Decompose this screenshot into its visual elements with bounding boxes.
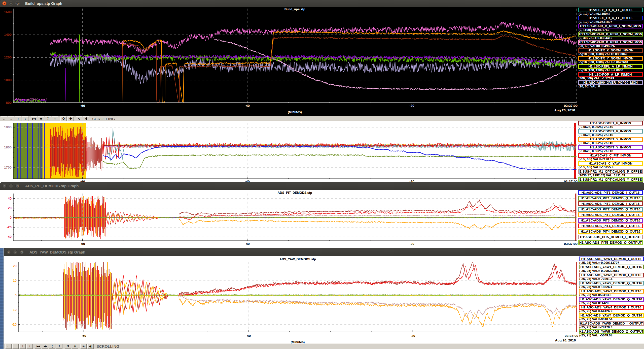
close-icon[interactable]: ✕ <box>2 184 7 188</box>
strip-chart-build-ups[interactable] <box>13 9 577 103</box>
titlebar[interactable]: ✕ – ▢ Build_ups.stp Graph <box>0 0 644 7</box>
legend-channel-box[interactable]: H1:ASC-AS_C_YAW_INMON <box>578 161 643 166</box>
jump-latest-icon[interactable]: ◀▌ <box>83 116 89 121</box>
legend-channel-box[interactable]: H1:ASC-AS90_OVER_POP90_MON <box>578 80 643 85</box>
pan-right-icon[interactable]: → <box>12 344 19 349</box>
expand-y-icon[interactable]: ▲▼ <box>52 116 58 121</box>
legend-channel-box[interactable]: H1:LSC-TR_Y_NORM_INMON <box>578 56 643 61</box>
legend-item[interactable]: H1:ASC-ADS_PIT2_DEMOD_I_OUT16 <box>578 201 643 206</box>
expand-y-icon[interactable]: ▲▼ <box>56 344 62 349</box>
legend-channel-box[interactable]: H1:ASC-ADS_PIT3_DEMOD_Q_OUT16 <box>578 218 643 223</box>
expand-x-icon[interactable]: ◀▶ <box>42 344 48 349</box>
close-icon[interactable]: ✕ <box>2 1 7 6</box>
legend-item[interactable]: H1:LSC-POPAIR_B_RF90_I_NORM_MON(0, 30) V… <box>578 32 643 40</box>
legend-item[interactable]: H1:ASC-ADS_PIT3_DEMOD_I_OUT16 <box>578 212 643 217</box>
legend-item[interactable]: H1:ASC-ADS_YAW5_DEMOD_I_OUTPUT(-25, 25) … <box>579 321 644 329</box>
legend-item[interactable]: H1:ASC-ADS_PIT1_DEMOD_I_OUT16 <box>578 190 643 195</box>
legend-item[interactable]: H1:ASC-ADS_YAW5_DEMOD_Q_OUTPUT(-25, 25) … <box>579 329 644 337</box>
legend-channel-box[interactable]: H1:LSC-POPAIR_B_RF18_I_NORM_MON <box>578 40 643 45</box>
minimize-icon[interactable]: – <box>9 1 13 6</box>
legend-item[interactable]: H1:ALS-X_TR_A_LF_OUT16(0, 1.2) VAL=0.053… <box>578 16 643 23</box>
legend-channel-box[interactable]: H1:ALS-X_TR_A_LF_OUT16 <box>578 16 643 20</box>
legend-item[interactable]: H1:ASC-CSOFT_Y_INMON(-0.0625, 0.0625) VA… <box>578 145 643 153</box>
legend-item[interactable]: H1:ASC-ADS_YAW4_DEMOD_Q_OUT16(-25, 25) V… <box>579 313 644 321</box>
legend-item[interactable]: H1:ASC-ADS_YAW2_DEMOD_Q_OUT16(-25, 25) V… <box>579 281 644 289</box>
legend-channel-box[interactable]: H1:ASC-DSOFT_Y_INMON <box>578 137 643 142</box>
maximize-icon[interactable]: ▢ <box>15 184 20 188</box>
legend-channel-box[interactable]: H1:ASC-CSOFT_P_INMON <box>578 129 643 134</box>
titlebar[interactable]: ✕ – ▢ ADS_PIT_DEMODS.stp Graph <box>0 182 644 190</box>
legend-item[interactable]: H1:ASC-ADS_YAW3_DEMOD_Q_OUT16(-25, 25) V… <box>579 297 644 305</box>
legend-item[interactable]: H1:ASC-ADS_YAW3_DEMOD_I_OUT16(-25, 25) V… <box>579 289 644 297</box>
legend-channel-box[interactable]: H1:ASC-ADS_PIT3_DEMOD_I_OUT16 <box>578 212 643 217</box>
legend-channel-box[interactable]: H1:ASC-DSOFT_P_INMON <box>578 121 643 125</box>
legend-item[interactable]: H1:ASC-AS_C_PIT_INMON(-0.5, 0.5) VAL=-71… <box>578 153 643 161</box>
legend-channel-box[interactable]: H1:ASC-ADS_PIT5_DEMOD_Q_OUTPUT <box>578 240 643 245</box>
pan-up-icon[interactable]: ↑ <box>19 344 26 349</box>
legend-item[interactable]: H1:LSC-TR_X_NORM_INMONlog10 (800, 1600) … <box>578 48 643 56</box>
minimize-icon[interactable]: – <box>9 184 13 188</box>
legend-item[interactable]: H1:LSC-REFL_A_LF_INMONlog10 (100, 1300) … <box>578 64 643 72</box>
legend-channel-box[interactable]: H1:ASC-ADS_YAW5_DEMOD_I_OUTPUT <box>579 321 644 326</box>
graph-style-icon[interactable]: ∿ <box>80 344 87 349</box>
minimize-icon[interactable]: – <box>13 250 17 254</box>
legend-channel-box[interactable]: H1:ASC-ADS_PIT1_DEMOD_I_OUT16 <box>578 190 643 195</box>
legend-channel-box[interactable]: H1:LSC-TR_X_NORM_INMON <box>578 48 643 53</box>
legend-channel-box[interactable]: H1:ASC-ADS_YAW3_DEMOD_Q_OUT16 <box>579 297 644 302</box>
legend-item[interactable]: H1:SUS-PR2_M1_OPTICALIGN_P_OFFSET(1630.3… <box>578 169 643 177</box>
legend-channel-box[interactable]: H1:ASC-CSOFT_Y_INMON <box>578 145 643 150</box>
legend-channel-box[interactable]: H1:LSC-POP_A_LF_INMON <box>578 72 643 77</box>
legend-item[interactable]: H1:ASC-ADS_YAW2_DEMOD_I_OUT16(-25, 25) V… <box>579 273 644 280</box>
legend-channel-box[interactable]: H1:ASC-ADS_YAW2_DEMOD_Q_OUT16 <box>579 281 644 285</box>
legend-channel-box[interactable]: H1:ASC-ADS_YAW2_DEMOD_I_OUT16 <box>579 273 644 277</box>
legend-item[interactable]: H1:ASC-ADS_PIT4_DEMOD_I_OUT16 <box>578 224 643 228</box>
legend-channel-box[interactable]: H1:ASC-ADS_PIT4_DEMOD_Q_OUT16 <box>578 229 643 234</box>
pan-down-icon[interactable]: ↓ <box>26 344 33 349</box>
titlebar[interactable]: ✕ – ▢ ADS_YAW_DEMODS.stp Graph <box>4 248 644 256</box>
legend-item[interactable]: H1:ASC-ADS_PIT5_DEMOD_Q_OUTPUT <box>578 240 643 245</box>
compress-x-icon[interactable]: ▶◀ <box>35 344 41 349</box>
pan-left-icon[interactable]: ← <box>5 344 12 349</box>
legend-item[interactable]: H1:ASC-ADS_YAW1_DEMOD_I_OUT16(-25, 25) V… <box>579 257 644 264</box>
legend-item[interactable]: H1:LSC-POPAIR_B_RF18_I_NORM_MON(20, 60) … <box>578 40 643 48</box>
legend-channel-box[interactable]: H1:LSC-POPAIR_B_RF90_I_NORM_MON <box>578 32 643 37</box>
legend-channel-box[interactable]: H1:SUS-PR2_M1_OPTICALIGN_P_OFFSET <box>578 169 643 174</box>
legend-item[interactable]: H1:LSC-POP_A_LF_INMON(300, 500) VAL=-4.1… <box>578 72 643 80</box>
pan-up-icon[interactable]: ↑ <box>15 116 21 121</box>
legend-channel-box[interactable]: H1:ASC-ADS_YAW4_DEMOD_I_OUT16 <box>579 305 644 310</box>
pointer-mode-icon[interactable]: ✚ <box>72 344 78 349</box>
jump-latest-icon[interactable]: ◀▌ <box>87 344 94 349</box>
legend-channel-box[interactable]: H1:ASC-ADS_YAW3_DEMOD_I_OUT16 <box>579 289 644 294</box>
compress-y-icon[interactable]: ▼▲ <box>45 116 51 121</box>
maximize-icon[interactable]: ▢ <box>15 1 20 6</box>
legend-channel-box[interactable]: H1:ALS-Y_TR_A_LF_OUT16 <box>578 8 643 12</box>
compress-y-icon[interactable]: ▼▲ <box>49 344 55 349</box>
legend-channel-box[interactable]: H1:LSC-REFL_A_LF_INMON <box>578 64 643 69</box>
strip-chart-second[interactable] <box>13 123 577 179</box>
pointer-mode-icon[interactable]: ✚ <box>67 116 74 121</box>
legend-channel-box[interactable]: H1:ASC-ADS_YAW1_DEMOD_Q_OUT16 <box>579 265 644 269</box>
legend-item[interactable]: H1:ASC-ADS_PIT2_DEMOD_Q_OUT16 <box>578 207 643 212</box>
legend-item[interactable]: H1:LSC-ASAIR_B_RF90_I_NORM_MON(0, 1100) … <box>578 24 643 31</box>
legend-channel-box[interactable]: H1:ASC-ADS_PIT5_DEMOD_I_OUTPUT <box>578 235 643 239</box>
maximize-icon[interactable]: ▢ <box>20 250 24 254</box>
auto-scale-icon[interactable]: O <box>65 344 71 349</box>
legend-item[interactable]: H1:ALS-Y_TR_A_LF_OUT16(0, 1.2) VAL=0.119… <box>578 8 643 15</box>
legend-item[interactable]: H1:LSC-TR_Y_NORM_INMONlog10 (800, 1600) … <box>578 56 643 64</box>
legend-channel-box[interactable]: H1:ASC-ADS_YAW5_DEMOD_Q_OUTPUT <box>579 329 644 334</box>
legend-item[interactable]: H1:ASC-ADS_PIT1_DEMOD_Q_OUT16 <box>578 196 643 201</box>
strip-chart-ads-pit[interactable] <box>13 194 577 241</box>
pan-down-icon[interactable]: ↓ <box>22 116 28 121</box>
auto-scale-icon[interactable]: O <box>60 116 67 121</box>
legend-item[interactable]: H1:ASC-ADS_PIT4_DEMOD_Q_OUT16 <box>578 229 643 234</box>
legend-channel-box[interactable]: H1:ASC-ADS_YAW1_DEMOD_I_OUT16 <box>579 257 644 261</box>
legend-item[interactable]: H1:ASC-ADS_YAW4_DEMOD_I_OUT16(-25, 25) V… <box>579 305 644 313</box>
close-icon[interactable]: ✕ <box>7 250 11 254</box>
legend-channel-box[interactable]: H1:ASC-AS_C_PIT_INMON <box>578 153 643 158</box>
legend-item[interactable]: H1:ASC-ADS_YAW1_DEMOD_Q_OUT16(-25, 25) V… <box>579 265 644 272</box>
pan-right-icon[interactable]: → <box>8 116 14 121</box>
legend-channel-box[interactable]: H1:ASC-ADS_PIT4_DEMOD_I_OUT16 <box>578 224 643 228</box>
legend-channel-box[interactable]: H1:ASC-ADS_YAW4_DEMOD_Q_OUT16 <box>579 313 644 318</box>
compress-x-icon[interactable]: ▶◀ <box>31 116 37 121</box>
legend-channel-box[interactable]: H1:ASC-ADS_PIT2_DEMOD_Q_OUT16 <box>578 207 643 212</box>
